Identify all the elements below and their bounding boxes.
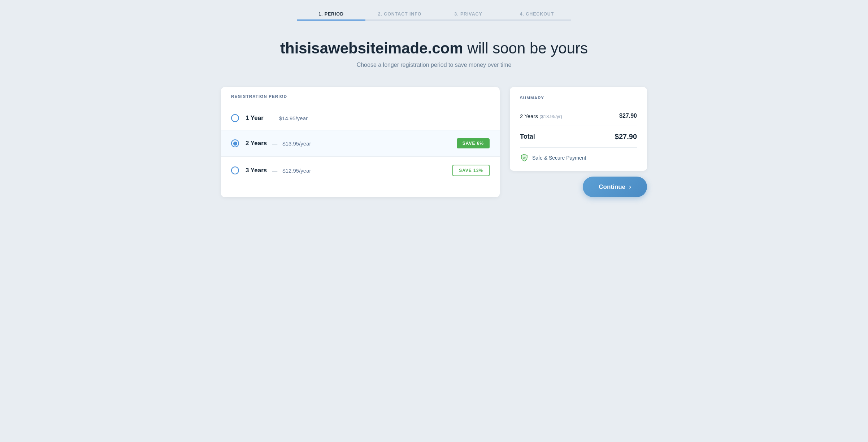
hero-section: thisisawebsiteimade.com will soon be you… — [273, 21, 595, 75]
hero-subtitle: Choose a longer registration period to s… — [280, 62, 588, 68]
period-row-3years[interactable]: 3 Years — $12.95/year SAVE 13% — [221, 157, 500, 184]
summary-line-item: 2 Years ($13.95/yr) $27.90 — [520, 106, 637, 126]
summary-item-label: 2 Years ($13.95/yr) — [520, 113, 562, 119]
shield-icon — [520, 153, 529, 162]
period-divider-2years: — — [272, 140, 277, 147]
radio-3years[interactable] — [231, 166, 239, 174]
summary-total-label: Total — [520, 133, 535, 140]
radio-2years[interactable] — [231, 139, 239, 147]
period-info-2years: 2 Years — $13.95/year — [246, 140, 311, 147]
hero-title: thisisawebsiteimade.com will soon be you… — [280, 39, 588, 57]
summary-card: SUMMARY 2 Years ($13.95/yr) $27.90 Total… — [510, 87, 647, 171]
period-row-2years[interactable]: 2 Years — $13.95/year SAVE 6% — [221, 130, 500, 157]
period-info-1year: 1 Year — $14.95/year — [246, 114, 308, 122]
step-privacy-label: 3. PRIVACY — [454, 12, 482, 20]
period-price-1year: $14.95/year — [279, 115, 308, 121]
registration-period-label: REGISTRATION PERIOD — [231, 94, 490, 99]
chevron-right-icon: › — [629, 183, 631, 191]
step-period-label: 1. PERIOD — [318, 12, 344, 20]
summary-header: SUMMARY — [520, 96, 637, 106]
summary-total-price: $27.90 — [615, 133, 637, 141]
registration-panel: REGISTRATION PERIOD 1 Year — $14.95/year… — [221, 87, 500, 197]
period-years-1year: 1 Year — [246, 114, 264, 122]
panel-header: REGISTRATION PERIOD — [221, 87, 500, 106]
period-price-2years: $13.95/year — [282, 140, 311, 147]
step-checkout-label: 4. CHECKOUT — [520, 12, 554, 20]
period-info-3years: 3 Years — $12.95/year — [246, 167, 311, 174]
period-divider-1year: — — [269, 115, 274, 121]
step-checkout[interactable]: 4. CHECKOUT — [503, 12, 571, 21]
save-badge-2years[interactable]: SAVE 6% — [457, 138, 490, 148]
period-years-3years: 3 Years — [246, 167, 267, 174]
main-content: REGISTRATION PERIOD 1 Year — $14.95/year… — [207, 75, 661, 219]
summary-item-price: $27.90 — [619, 113, 637, 119]
stepper: 1. PERIOD 2. CONTACT INFO 3. PRIVACY 4. … — [272, 0, 596, 21]
summary-total-row: Total $27.90 — [520, 126, 637, 148]
summary-item-sub: ($13.95/yr) — [539, 114, 562, 119]
radio-1year[interactable] — [231, 114, 239, 122]
step-period[interactable]: 1. PERIOD — [297, 12, 365, 21]
secure-text: Safe & Secure Payment — [532, 155, 586, 161]
period-price-3years: $12.95/year — [282, 168, 311, 174]
continue-label: Continue — [599, 183, 625, 191]
period-row-1year[interactable]: 1 Year — $14.95/year — [221, 106, 500, 130]
right-panel: SUMMARY 2 Years ($13.95/yr) $27.90 Total… — [510, 87, 647, 197]
step-privacy[interactable]: 3. PRIVACY — [434, 12, 503, 21]
continue-button[interactable]: Continue › — [583, 177, 647, 197]
secure-row: Safe & Secure Payment — [520, 148, 637, 162]
hero-domain: thisisawebsiteimade.com — [280, 40, 463, 57]
step-contact-info[interactable]: 2. CONTACT INFO — [365, 12, 434, 21]
step-contact-label: 2. CONTACT INFO — [378, 12, 422, 20]
period-years-2years: 2 Years — [246, 140, 267, 147]
hero-headline-suffix: will soon be yours — [463, 40, 588, 57]
period-divider-3years: — — [272, 168, 277, 174]
save-badge-3years[interactable]: SAVE 13% — [452, 165, 490, 176]
radio-inner-2years — [233, 142, 237, 146]
